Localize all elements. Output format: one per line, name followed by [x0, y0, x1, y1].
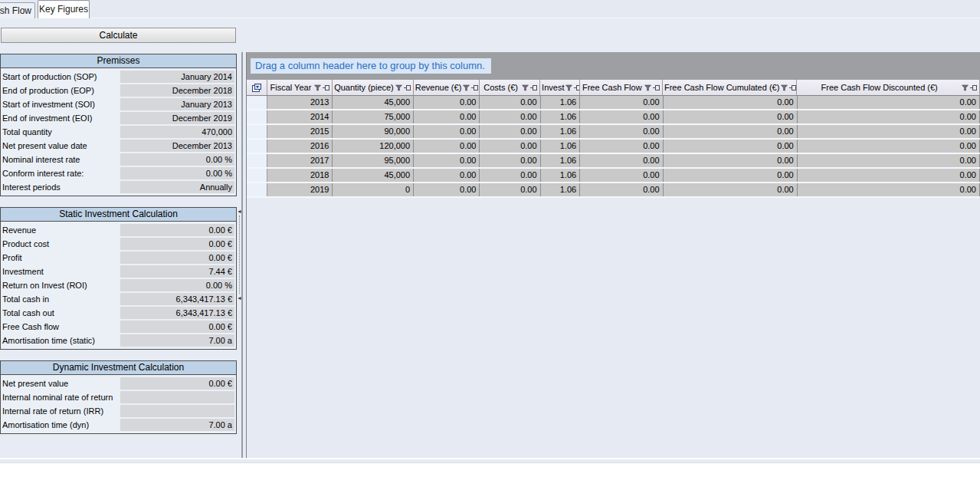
grid-cell[interactable]: 1.06 — [541, 183, 581, 196]
column-header-fiscal-year[interactable]: Fiscal Year — [267, 80, 333, 95]
grid-cell[interactable]: 2013 — [267, 96, 333, 109]
pin-icon[interactable] — [574, 84, 579, 91]
row-indicator[interactable] — [247, 154, 267, 167]
row-indicator[interactable] — [247, 169, 267, 182]
grid-cell[interactable]: 1.06 — [541, 140, 581, 153]
field-value[interactable] — [120, 391, 234, 403]
grid-cell[interactable]: 1.06 — [541, 110, 581, 123]
filter-icon[interactable] — [565, 84, 572, 91]
grid-cell[interactable]: 0.00 — [798, 154, 980, 167]
grid-cell[interactable]: 1.06 — [541, 96, 581, 109]
grid-cell[interactable]: 0.00 — [580, 154, 663, 167]
grid-cell[interactable]: 0.00 — [414, 96, 480, 109]
field-value[interactable]: 0.00 € — [120, 377, 234, 390]
select-all-icon[interactable] — [251, 83, 262, 93]
grid-cell[interactable]: 0.00 — [480, 154, 540, 167]
filter-icon[interactable] — [522, 84, 529, 91]
filter-icon[interactable] — [781, 84, 788, 91]
tab-cash-flow[interactable]: ash Flow — [0, 2, 35, 18]
grid-cell[interactable]: 0.00 — [798, 169, 980, 182]
grid-cell[interactable]: 0.00 — [580, 96, 663, 109]
row-indicator[interactable] — [247, 110, 267, 123]
field-value[interactable]: 470,000 — [120, 126, 234, 138]
filter-icon[interactable] — [314, 84, 321, 91]
row-indicator[interactable] — [247, 125, 267, 138]
grid-cell[interactable]: 90,000 — [333, 125, 414, 138]
grid-cell[interactable]: 0.00 — [580, 110, 663, 123]
filter-icon[interactable] — [644, 84, 651, 91]
group-by-panel[interactable]: Drag a column header here to group by th… — [247, 52, 980, 80]
column-header-free-cash-flow-discounted[interactable]: Free Cash Flow Discounted (€) — [797, 80, 980, 95]
row-indicator[interactable] — [247, 183, 267, 196]
grid-cell[interactable]: 0.00 — [480, 183, 540, 196]
grid-cell[interactable]: 0.00 — [414, 140, 480, 153]
grid-cell[interactable]: 2017 — [267, 154, 333, 167]
calculate-button[interactable]: Calculate — [1, 28, 236, 43]
grid-cell[interactable]: 2019 — [267, 183, 333, 196]
column-header-free-cash-flow-cumulated[interactable]: Free Cash Flow Cumulated (€) — [663, 80, 797, 95]
grid-cell[interactable]: 2018 — [267, 169, 333, 182]
row-indicator[interactable] — [247, 140, 267, 153]
grid-cell[interactable]: 0.00 — [798, 183, 980, 196]
field-value[interactable]: 7.00 a — [120, 419, 234, 431]
grid-cell[interactable]: 0.00 — [580, 183, 663, 196]
grid-cell[interactable]: 0.00 — [664, 110, 798, 123]
field-value[interactable]: 0.00 € — [120, 321, 234, 333]
grid-cell[interactable]: 1.06 — [541, 169, 581, 182]
pin-icon[interactable] — [404, 84, 411, 91]
splitter-collapse-icon[interactable]: ◄ — [237, 295, 242, 301]
grid-cell[interactable]: 0.00 — [664, 183, 798, 196]
field-value[interactable]: 0.00 € — [120, 224, 234, 236]
grid-cell[interactable]: 0.00 — [580, 140, 663, 153]
grid-cell[interactable]: 0 — [333, 183, 414, 196]
field-value[interactable]: 0.00 € — [120, 238, 234, 250]
pin-icon[interactable] — [323, 84, 329, 91]
grid-cell[interactable]: 0.00 — [414, 125, 480, 138]
grid-cell[interactable]: 0.00 — [664, 96, 798, 109]
grid-cell[interactable]: 0.00 — [580, 169, 663, 182]
grid-cell[interactable]: 0.00 — [414, 183, 480, 196]
pin-icon[interactable] — [970, 84, 977, 91]
column-header-revenue[interactable]: Revenue (€) — [414, 80, 480, 95]
grid-cell[interactable]: 75,000 — [333, 110, 414, 123]
grid-cell[interactable]: 0.00 — [664, 154, 798, 167]
field-value[interactable]: 0.00 % — [120, 153, 234, 166]
field-value[interactable]: 0.00 % — [120, 279, 234, 291]
grid-cell[interactable]: 0.00 — [414, 169, 480, 182]
grid-cell[interactable]: 0.00 — [414, 110, 480, 123]
grid-cell[interactable]: 45,000 — [333, 96, 414, 109]
column-header-quantity-piece[interactable]: Quantity (piece) — [333, 80, 414, 95]
field-value[interactable]: 6,343,417.13 € — [120, 307, 234, 319]
splitter-collapse-icon[interactable]: ◄ — [237, 209, 242, 214]
grid-cell[interactable]: 45,000 — [333, 169, 414, 182]
grid-cell[interactable]: 0.00 — [480, 125, 540, 138]
field-value[interactable]: 6,343,417.13 € — [120, 293, 234, 305]
pin-icon[interactable] — [653, 84, 660, 91]
grid-cell[interactable]: 0.00 — [664, 169, 798, 182]
grid-cell[interactable]: 2016 — [267, 140, 333, 153]
grid-cell[interactable]: 0.00 — [580, 125, 663, 138]
grid-cell[interactable]: 0.00 — [480, 140, 540, 153]
splitter-handle[interactable]: ◄ ◄ — [237, 209, 242, 301]
grid-cell[interactable]: 95,000 — [333, 154, 414, 167]
grid-cell[interactable]: 1.06 — [541, 154, 581, 167]
field-value[interactable]: 0.00 € — [120, 252, 234, 264]
field-value[interactable]: 0.00 % — [120, 167, 234, 179]
filter-icon[interactable] — [962, 84, 969, 91]
filter-icon[interactable] — [395, 84, 402, 91]
filter-icon[interactable] — [463, 84, 470, 91]
field-value[interactable]: Annually — [120, 181, 234, 193]
grid-cell[interactable]: 0.00 — [480, 96, 540, 109]
field-value[interactable]: December 2018 — [120, 84, 234, 97]
grid-cell[interactable]: 120,000 — [333, 140, 414, 153]
grid-cell[interactable]: 2015 — [267, 125, 333, 138]
field-value[interactable]: January 2013 — [120, 98, 234, 110]
row-indicator[interactable] — [247, 96, 267, 109]
column-header-costs[interactable]: Costs (€) — [480, 80, 540, 95]
grid-cell[interactable]: 0.00 — [798, 140, 980, 153]
field-value[interactable]: January 2014 — [120, 71, 234, 83]
grid-cell[interactable]: 1.06 — [541, 125, 581, 138]
tab-key-figures[interactable]: Key Figures — [38, 0, 90, 18]
field-value[interactable]: 7.44 € — [120, 265, 234, 278]
grid-cell[interactable]: 0.00 — [480, 110, 540, 123]
